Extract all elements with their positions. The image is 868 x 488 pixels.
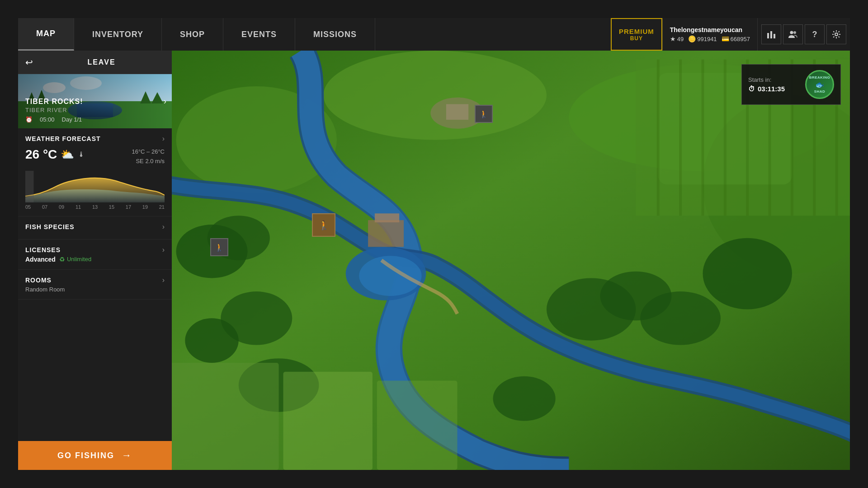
location-sub: TIBER RIVER xyxy=(25,107,165,113)
svg-rect-37 xyxy=(368,220,404,247)
card-icon: 💳 xyxy=(722,35,729,42)
location-panel[interactable]: TIBER ROCKS! TIBER RIVER ⏰ 05:00 Day 1/1… xyxy=(18,74,172,128)
help-icon: ? xyxy=(812,30,817,39)
user-level: ★ 49 xyxy=(670,35,684,42)
location-chevron-icon: › xyxy=(164,97,166,106)
unlimited-label: Unlimited xyxy=(67,256,91,263)
back-button[interactable]: ↩ xyxy=(25,57,33,68)
username: Thelongestnameyoucan xyxy=(670,26,750,33)
location-time: ⏰ 05:00 Day 1/1 xyxy=(25,116,165,123)
weather-section[interactable]: WEATHER FORECAST › 26 °C ⛅ 🌡 16°C – 26°C… xyxy=(18,128,172,216)
player-icon: 🚶 xyxy=(318,220,330,230)
weather-chart-svg xyxy=(25,171,165,202)
time-05: 05 xyxy=(25,204,31,210)
licenses-section[interactable]: LICENSES › Advanced ♻ Unlimited xyxy=(18,239,172,270)
secondary-marker-2[interactable]: 🚶 xyxy=(475,105,493,123)
map-area[interactable]: 🚶 🚶 🚶 Starts in: ⏱ 03:11:35 BREAKING 🐟 S… xyxy=(172,51,850,470)
player3-icon: 🚶 xyxy=(479,110,488,118)
svg-point-48 xyxy=(493,376,556,421)
temperature-value: 26 °C xyxy=(25,147,57,162)
main-content: ↩ LEAVE xyxy=(18,51,850,470)
nav-icon-group: ? xyxy=(757,18,850,51)
leave-title: LEAVE xyxy=(38,58,165,66)
weather-title: WEATHER FORECAST xyxy=(25,135,101,142)
license-row: Advanced ♻ Unlimited xyxy=(25,256,165,263)
unlimited-badge: ♻ Unlimited xyxy=(59,256,91,263)
room-name: Random Room xyxy=(25,286,165,293)
svg-point-5 xyxy=(835,33,838,36)
event-badge: BREAKING 🐟 SHAD xyxy=(805,70,834,99)
user-info: Thelongestnameyoucan ★ 49 🪙 991941 💳 668… xyxy=(662,18,757,51)
fish-species-title: FISH SPECIES xyxy=(25,223,74,230)
users-icon-button[interactable] xyxy=(783,24,803,44)
event-badge-fish-icon: 🐟 xyxy=(809,80,830,89)
svg-rect-2 xyxy=(774,34,775,38)
leave-header: ↩ LEAVE xyxy=(18,51,172,74)
currency1: 🪙 991941 xyxy=(688,35,717,42)
main-player-marker[interactable]: 🚶 xyxy=(312,213,335,237)
fish-species-header: FISH SPECIES › xyxy=(25,223,165,231)
time-labels: 05 07 09 11 13 15 17 19 21 xyxy=(25,204,165,210)
day-value: Day 1/1 xyxy=(62,116,82,123)
weather-main: 26 °C ⛅ 🌡 16°C – 26°C SE 2.0 m/s xyxy=(25,147,165,166)
fish-species-section[interactable]: FISH SPECIES › xyxy=(18,216,172,239)
go-fishing-label: GO FISHING xyxy=(57,451,114,460)
go-fishing-button[interactable]: GO FISHING → xyxy=(18,441,172,470)
weather-chart xyxy=(25,171,165,202)
tab-inventory[interactable]: INVENTORY xyxy=(74,18,162,51)
buy-label: BUY xyxy=(630,35,643,42)
chart-icon-button[interactable] xyxy=(761,24,781,44)
event-starts-label: Starts in: xyxy=(748,76,800,83)
map-background-svg xyxy=(172,51,850,470)
premium-label: PREMIUM xyxy=(619,28,654,35)
licenses-title: LICENSES xyxy=(25,246,61,253)
svg-rect-51 xyxy=(377,381,458,470)
currency2: 💳 668957 xyxy=(722,35,750,42)
svg-point-46 xyxy=(185,318,238,363)
time-13: 13 xyxy=(92,204,98,210)
licenses-chevron-icon: › xyxy=(162,246,165,254)
svg-point-7 xyxy=(43,82,66,93)
user-stats: ★ 49 🪙 991941 💳 668957 xyxy=(670,35,750,42)
time-09: 09 xyxy=(59,204,64,210)
weather-chevron-icon: › xyxy=(162,135,165,143)
player2-icon: 🚶 xyxy=(215,243,224,252)
time-21: 21 xyxy=(159,204,165,210)
event-timer-value: 03:11:35 xyxy=(758,85,785,93)
tab-map[interactable]: MAP xyxy=(18,18,74,51)
users-icon xyxy=(788,29,798,39)
rooms-title: ROOMS xyxy=(25,277,52,284)
star-icon: ★ xyxy=(670,35,676,42)
svg-rect-50 xyxy=(283,372,373,470)
event-badge-sub: SHAD xyxy=(809,89,830,94)
time-15: 15 xyxy=(109,204,114,210)
partly-cloudy-icon: ⛅ xyxy=(61,148,74,161)
tab-missions[interactable]: MISSIONS xyxy=(295,18,375,51)
time-07: 07 xyxy=(42,204,47,210)
svg-point-43 xyxy=(640,291,721,345)
event-badge-title: BREAKING xyxy=(809,75,830,80)
rooms-section[interactable]: ROOMS › Random Room xyxy=(18,270,172,300)
coin-icon: 🪙 xyxy=(688,35,696,42)
rooms-chevron-icon: › xyxy=(162,276,165,284)
svg-rect-1 xyxy=(770,31,772,38)
settings-icon-button[interactable] xyxy=(826,24,846,44)
tab-shop[interactable]: SHOP xyxy=(162,18,223,51)
premium-button[interactable]: PREMIUM BUY xyxy=(611,18,662,51)
svg-point-8 xyxy=(70,76,102,90)
location-info: TIBER ROCKS! TIBER RIVER ⏰ 05:00 Day 1/1 xyxy=(18,92,172,128)
tab-events[interactable]: EVENTS xyxy=(223,18,295,51)
help-icon-button[interactable]: ? xyxy=(805,24,825,44)
time-19: 19 xyxy=(142,204,148,210)
event-timer: ⏱ 03:11:35 xyxy=(748,85,800,93)
wind-speed: SE 2.0 m/s xyxy=(132,157,165,166)
location-name: TIBER ROCKS! xyxy=(25,98,165,106)
fish-species-chevron-icon: › xyxy=(162,223,165,231)
rooms-header: ROOMS › xyxy=(25,276,165,284)
svg-point-19 xyxy=(323,51,547,140)
thermometer-icon: 🌡 xyxy=(78,150,85,159)
gear-icon xyxy=(831,29,841,39)
time-11: 11 xyxy=(75,204,81,210)
licenses-header: LICENSES › xyxy=(25,246,165,254)
secondary-marker-1[interactable]: 🚶 xyxy=(210,238,228,256)
